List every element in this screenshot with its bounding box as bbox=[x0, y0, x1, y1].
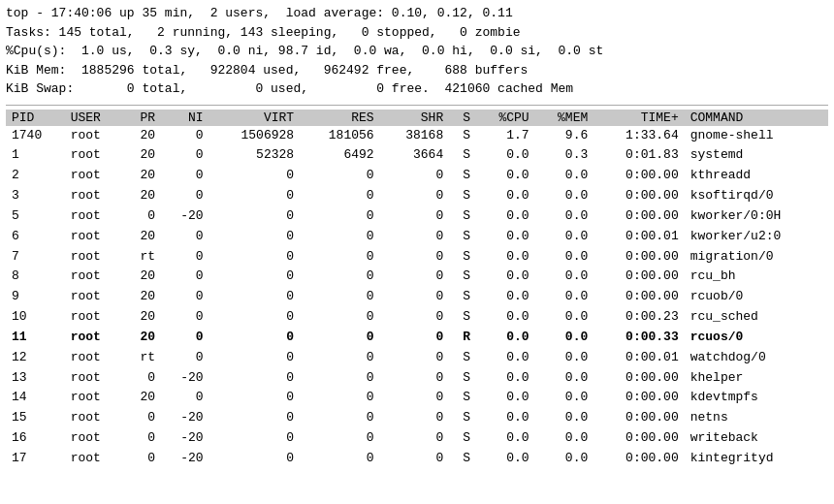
col-pid: PID bbox=[6, 110, 65, 126]
header-line-5: KiB Swap: 0 total, 0 used, 0 free. 42106… bbox=[6, 79, 828, 99]
table-row: 14root200000S0.00.00:00.00kdevtmpfs bbox=[6, 388, 828, 408]
table-row: 8root200000S0.00.00:00.00rcu_bh bbox=[6, 267, 828, 287]
process-list: 1740root200150692818105638168S1.79.61:33… bbox=[6, 126, 828, 469]
col-ni: NI bbox=[161, 110, 209, 126]
col-command: COMMAND bbox=[685, 110, 828, 126]
col-s: S bbox=[449, 110, 476, 126]
table-row: 1root2005232864923664S0.00.30:01.83syste… bbox=[6, 145, 828, 166]
header-line-4: KiB Mem: 1885296 total, 922804 used, 962… bbox=[6, 61, 828, 80]
header-line-1: top - 17:40:06 up 35 min, 2 users, load … bbox=[6, 4, 828, 23]
table-row: 11root200000R0.00.00:00.33rcuos/0 bbox=[6, 328, 828, 348]
header-divider bbox=[6, 105, 828, 106]
table-row: 17root0-20000S0.00.00:00.00kintegrityd bbox=[6, 449, 828, 469]
col-mem: %MEM bbox=[535, 110, 594, 126]
table-row: 12rootrt0000S0.00.00:00.01watchdog/0 bbox=[6, 348, 828, 368]
col-virt: VIRT bbox=[209, 110, 300, 126]
header-line-3: %Cpu(s): 1.0 us, 0.3 sy, 0.0 ni, 98.7 id… bbox=[6, 42, 828, 61]
table-row: 5root0-20000S0.00.00:00.00kworker/0:0H bbox=[6, 206, 828, 227]
col-shr: SHR bbox=[380, 110, 450, 126]
col-res: RES bbox=[300, 110, 380, 126]
table-row: 9root200000S0.00.00:00.00rcuob/0 bbox=[6, 287, 828, 307]
col-user: USER bbox=[65, 110, 124, 126]
header-line-2: Tasks: 145 total, 2 running, 143 sleepin… bbox=[6, 23, 828, 43]
table-row: 1740root200150692818105638168S1.79.61:33… bbox=[6, 126, 828, 146]
col-cpu: %CPU bbox=[476, 110, 535, 126]
col-time: TIME+ bbox=[593, 110, 684, 126]
table-row: 7rootrt0000S0.00.00:00.00migration/0 bbox=[6, 247, 828, 268]
table-row: 16root0-20000S0.00.00:00.00writeback bbox=[6, 428, 828, 449]
table-row: 6root200000S0.00.00:00.01kworker/u2:0 bbox=[6, 227, 828, 247]
table-row: 2root200000S0.00.00:00.00kthreadd bbox=[6, 166, 828, 186]
table-row: 13root0-20000S0.00.00:00.00khelper bbox=[6, 368, 828, 389]
process-table: PID USER PR NI VIRT RES SHR S %CPU %MEM … bbox=[6, 110, 828, 469]
table-row: 3root200000S0.00.00:00.00ksoftirqd/0 bbox=[6, 186, 828, 206]
header-section: top - 17:40:06 up 35 min, 2 users, load … bbox=[6, 4, 828, 99]
table-header: PID USER PR NI VIRT RES SHR S %CPU %MEM … bbox=[6, 110, 828, 126]
col-pr: PR bbox=[123, 110, 161, 126]
table-row: 10root200000S0.00.00:00.23rcu_sched bbox=[6, 307, 828, 328]
table-row: 15root0-20000S0.00.00:00.00netns bbox=[6, 408, 828, 428]
